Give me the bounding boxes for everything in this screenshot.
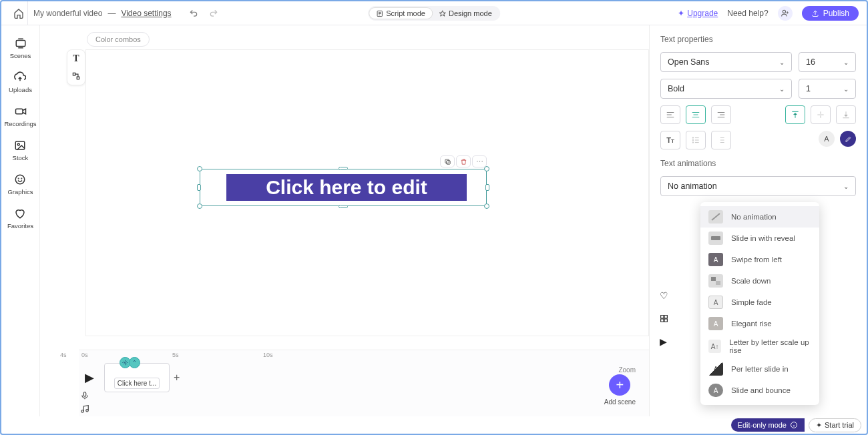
user-plus-icon (781, 9, 789, 17)
clip-label: Click here t... (114, 378, 160, 389)
align-center-button[interactable] (686, 105, 706, 124)
resize-handle-e[interactable] (485, 184, 489, 191)
resize-handle-ne[interactable] (484, 166, 489, 171)
svg-point-15 (124, 362, 126, 363)
anim-option-simple-fade[interactable]: ASimple fade (700, 292, 819, 313)
anim-option-swipe-left[interactable]: ASwipe from left (700, 249, 819, 270)
rail-recordings[interactable]: Recordings (4, 105, 36, 127)
resize-handle-s[interactable] (339, 205, 348, 208)
left-rail: Scenes Uploads Recordings Stock Graphics… (1, 25, 40, 416)
redo-icon (209, 9, 218, 18)
color-combos-button[interactable]: Color combos (87, 32, 150, 47)
rail-uploads[interactable]: Uploads (9, 71, 32, 93)
font-weight-select[interactable]: Bold⌄ (660, 79, 792, 99)
anim-option-slide-reveal[interactable]: Slide in with reveal (700, 228, 819, 249)
valign-middle-button[interactable] (811, 105, 831, 124)
start-trial-button[interactable]: ✦ Start trial (809, 418, 861, 432)
rail-stock[interactable]: Stock (13, 139, 29, 161)
duplicate-button[interactable] (440, 155, 455, 167)
clip-tag-expand[interactable]: ⌃ (129, 357, 140, 368)
ruler-mark-10: 10s (263, 352, 273, 358)
anim-option-slide-bounce[interactable]: ASlide and bounce (700, 380, 819, 401)
chevron-up-icon: ⌃ (132, 360, 137, 366)
resize-handle-n[interactable] (339, 167, 348, 170)
animation-select[interactable]: No animation⌄ (660, 176, 856, 196)
valign-bottom-button[interactable] (836, 105, 856, 124)
align-right-button[interactable] (711, 105, 731, 124)
highlight-color-button[interactable] (840, 131, 856, 147)
valign-bottom-icon (841, 110, 851, 119)
canvas-stage[interactable]: ⋯ Click here to edit ♡ ▶ (85, 49, 649, 336)
anim-option-scale-down[interactable]: Scale down (700, 270, 819, 292)
design-mode-button[interactable]: Design mode (432, 8, 499, 19)
edit-only-mode-badge[interactable]: Edit-only mode (731, 418, 805, 432)
more-button[interactable]: ⋯ (472, 155, 487, 167)
video-settings-link[interactable]: Video settings (121, 9, 171, 18)
resize-handle-nw[interactable] (197, 166, 202, 171)
anim-thumb-icon: A↑ (708, 340, 721, 353)
ruler-mark-5: 5s (172, 352, 179, 358)
font-size-select[interactable]: 16⌄ (799, 52, 856, 72)
text-tool-button[interactable]: T (67, 50, 85, 67)
delete-button[interactable] (456, 155, 471, 167)
chevron-down-icon: ⌄ (843, 59, 849, 66)
font-family-select[interactable]: Open Sans⌄ (660, 52, 792, 72)
resize-handle-w[interactable] (197, 184, 201, 191)
numbered-list-button[interactable] (711, 131, 731, 149)
ruler-mark-0: 0s (81, 352, 88, 358)
home-icon (13, 8, 24, 19)
upload-icon (14, 71, 26, 83)
line-height-select[interactable]: 1⌄ (799, 79, 856, 99)
align-left-button[interactable] (660, 105, 680, 124)
mic-icon (80, 391, 89, 400)
text-case-button[interactable]: TT (660, 131, 680, 149)
resize-handle-se[interactable] (484, 203, 489, 209)
redo-button[interactable] (209, 9, 218, 18)
music-track-button[interactable] (80, 404, 89, 414)
voiceover-track-button[interactable] (80, 391, 89, 400)
script-mode-button[interactable]: Script mode (369, 8, 432, 19)
svg-point-5 (18, 143, 20, 145)
timeline-clip[interactable]: ⌃ Click here t... (104, 363, 170, 392)
text-properties-title: Text properties (660, 35, 856, 44)
bullet-list-button[interactable] (686, 131, 706, 149)
anim-option-letter-scale-rise[interactable]: A↑Letter by letter scale up rise (700, 334, 819, 358)
publish-button[interactable]: Publish (802, 6, 859, 21)
undo-button[interactable] (189, 9, 198, 18)
script-icon (376, 10, 383, 17)
timeline-play-button[interactable]: ▶ (83, 370, 96, 385)
chevron-down-icon: ⌄ (779, 85, 785, 93)
rail-graphics[interactable]: Graphics (7, 173, 33, 195)
anim-thumb-icon: A (708, 317, 723, 330)
replace-icon (71, 71, 81, 81)
text-animations-title: Text animations (660, 159, 856, 168)
mode-switcher: Script mode Design mode (368, 6, 500, 21)
valign-top-button[interactable] (785, 105, 805, 124)
anim-option-per-letter-slide[interactable]: APer letter slide in (700, 358, 819, 380)
anim-option-elegant-rise[interactable]: AElegant rise (700, 313, 819, 334)
svg-rect-4 (16, 141, 25, 149)
need-help-link[interactable]: Need help? (727, 9, 768, 18)
align-left-icon (666, 110, 675, 119)
user-avatar-button[interactable] (778, 6, 793, 21)
replace-tool-button[interactable] (67, 67, 85, 85)
home-button[interactable] (9, 1, 28, 25)
music-icon (80, 404, 89, 414)
anim-option-no-animation[interactable]: No animation (700, 206, 819, 228)
selected-text-object[interactable]: ⋯ Click here to edit (200, 169, 487, 206)
title-separator: — (107, 9, 116, 18)
timeline-ruler[interactable]: 4s 0s 5s 10s (79, 350, 649, 360)
rail-favorites[interactable]: Favorites (7, 207, 33, 230)
valign-top-icon (791, 110, 800, 119)
rail-scenes[interactable]: Scenes (10, 37, 31, 59)
text-color-button[interactable]: A (819, 131, 835, 147)
svg-rect-9 (446, 160, 450, 164)
bullet-icon (691, 135, 700, 145)
text-content[interactable]: Click here to edit (226, 174, 467, 201)
add-clip-button[interactable]: + (174, 372, 180, 384)
resize-handle-sw[interactable] (197, 203, 202, 209)
add-scene-fab[interactable]: + Add scene (604, 374, 636, 406)
upgrade-link[interactable]: ✦ Upgrade (678, 9, 718, 18)
project-title[interactable]: My wonderful video (33, 9, 102, 18)
chevron-down-icon: ⌄ (843, 183, 849, 190)
